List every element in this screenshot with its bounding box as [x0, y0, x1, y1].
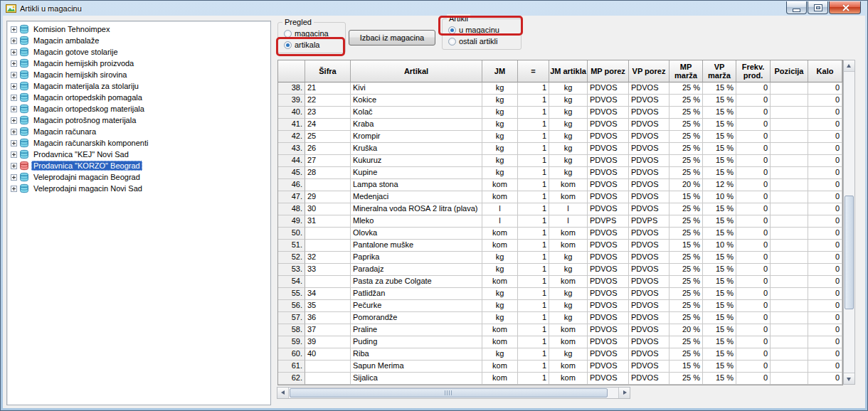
tree-item[interactable]: Magacin računarskih komponenti	[9, 137, 270, 149]
col-header-mp-marza[interactable]: MP marža	[669, 60, 703, 82]
expand-plus-icon[interactable]	[11, 72, 17, 78]
vertical-scrollbar[interactable]	[843, 60, 855, 385]
expand-plus-icon[interactable]	[11, 151, 17, 158]
table-row[interactable]: 47.29Medenjacikom1komPDVOSPDVOS15 %10 %0…	[278, 191, 842, 203]
scroll-down-button[interactable]	[844, 373, 854, 384]
col-header-rownum[interactable]	[278, 60, 305, 82]
col-header-jm[interactable]: JM	[482, 60, 518, 82]
table-row[interactable]: 60.40Ribakg1kgPDVOSPDVOS25 %15 %00	[278, 348, 842, 361]
col-header-kalo[interactable]: Kalo	[808, 60, 842, 82]
col-header-artikal[interactable]: Artikal	[351, 60, 482, 82]
table-row[interactable]: 52.32Paprikakg1kgPDVOSPDVOS25 %15 %00	[278, 252, 842, 264]
expand-plus-icon[interactable]	[11, 83, 17, 90]
col-header-mp-porez[interactable]: MP porez	[588, 60, 629, 82]
table-row[interactable]: 43.26Kruškakg1kgPDVOSPDVOS25 %15 %00	[278, 143, 842, 155]
expand-plus-icon[interactable]	[11, 49, 17, 55]
expand-plus-icon[interactable]	[11, 129, 17, 135]
tree-item[interactable]: Veleprodajni magacin Beograd	[9, 171, 270, 183]
col-header-vp-marza[interactable]: VP marža	[703, 60, 736, 82]
horizontal-scroll-thumb[interactable]	[290, 388, 608, 397]
cell-vp-porez: PDVOS	[629, 252, 669, 264]
col-header-jm-artikla[interactable]: JM artikla	[549, 60, 588, 82]
close-button[interactable]	[829, 1, 861, 14]
table-row[interactable]: 57.36Pomorandžekg1kgPDVOSPDVOS25 %15 %00	[278, 312, 842, 324]
tree-item[interactable]: Magacin hemijskih sirovina	[9, 69, 270, 80]
cell-artikal: Praline	[351, 324, 482, 336]
radio-u-magacinu[interactable]: u magacinu	[443, 25, 521, 35]
radio-artikala[interactable]: artikala	[278, 40, 345, 50]
col-header-equals[interactable]: =	[518, 60, 549, 82]
radio-icon[interactable]	[284, 41, 292, 49]
radio-icon[interactable]	[448, 26, 456, 34]
cell-kalo: 0	[808, 167, 842, 179]
table-row[interactable]: 48.30Mineralna voda ROSA 2 litra (plava)…	[278, 203, 842, 215]
horizontal-scrollbar[interactable]	[277, 387, 630, 399]
minimize-button[interactable]	[786, 1, 807, 14]
maximize-button[interactable]	[808, 1, 828, 14]
table-row[interactable]: 54.Pasta za zube Colgatekom1komPDVOSPDVO…	[278, 276, 842, 288]
table-row[interactable]: 41.24Krabakg1kgPDVOSPDVOS25 %15 %00	[278, 119, 842, 131]
table-row[interactable]: 38.21Kivikg1kgPDVOSPDVOS25 %15 %00	[278, 82, 842, 95]
table-row[interactable]: 61.Sapun Merimakom1komPDVOSPDVOS15 %15 %…	[278, 361, 842, 373]
table-row[interactable]: 62.Sijalicakom1komPDVOSPDVOS25 %15 %00	[278, 373, 842, 385]
tree-item[interactable]: Magacin potrošnog materijala	[9, 114, 270, 126]
expand-plus-icon[interactable]	[11, 26, 17, 33]
cell-pozicija	[771, 82, 808, 95]
tree-item[interactable]: Prodavnica "KEJ" Novi Sad	[9, 149, 270, 160]
tree-item[interactable]: Magacin hemijskih proizvoda	[9, 58, 270, 69]
expand-plus-icon[interactable]	[11, 163, 17, 169]
table-row[interactable]: 58.37Pralinekom1komPDVOSPDVOS20 %15 %00	[278, 324, 842, 336]
expand-plus-icon[interactable]	[11, 174, 17, 181]
table-row[interactable]: 46.Lampa stonakom1komPDVOSPDVOS20 %12 %0…	[278, 179, 842, 191]
table-row[interactable]: 55.34Patlidžankg1kgPDVOSPDVOS25 %15 %00	[278, 288, 842, 300]
table-row[interactable]: 59.39Pudingkom1komPDVOSPDVOS25 %15 %00	[278, 336, 842, 348]
table-row[interactable]: 50.Olovkakom1komPDVOSPDVOS25 %15 %00	[278, 228, 842, 240]
expand-plus-icon[interactable]	[11, 117, 17, 124]
scroll-left-button[interactable]	[277, 388, 289, 398]
col-header-vp-porez[interactable]: VP porez	[629, 60, 669, 82]
tree-item-label: Magacin hemijskih sirovina	[31, 70, 129, 80]
scroll-up-button[interactable]	[844, 60, 854, 72]
tree-item[interactable]: Magacin ortopedskih pomagala	[9, 92, 270, 103]
radio-magacina[interactable]: magacina	[278, 28, 345, 38]
cell-mp-porez: PDVOS	[588, 107, 629, 119]
radio-icon[interactable]	[448, 38, 456, 46]
tree-item[interactable]: Prodavnica "KORZO" Beograd	[9, 160, 270, 171]
table-row[interactable]: 42.25Krompirkg1kgPDVOSPDVOS25 %15 %00	[278, 131, 842, 143]
cell-vp-marza: 15 %	[703, 143, 736, 155]
tree-item[interactable]: Magacin gotove stolarije	[9, 46, 270, 58]
expand-plus-icon[interactable]	[11, 38, 17, 44]
expand-plus-icon[interactable]	[11, 95, 17, 101]
table-row[interactable]: 40.23Kolačkg1kgPDVOSPDVOS25 %15 %00	[278, 107, 842, 119]
table-row[interactable]: 49.31Mlekol1lPDVPSPDVPS25 %15 %00	[278, 215, 842, 228]
tree-item[interactable]: Veleprodajni magacin Novi Sad	[9, 183, 270, 194]
scroll-right-button[interactable]	[618, 388, 630, 398]
col-header-frekv-prod[interactable]: Frekv. prod.	[736, 60, 771, 82]
cell-jm: kom	[482, 191, 518, 203]
table-row[interactable]: 44.27Kukuruzkg1kgPDVOSPDVOS25 %15 %00	[278, 155, 842, 167]
titlebar[interactable]: Artikli u magacinu	[1, 1, 867, 16]
expand-plus-icon[interactable]	[11, 140, 17, 146]
table-row[interactable]: 56.35Pečurkekg1kgPDVOSPDVOS25 %15 %00	[278, 300, 842, 312]
tree-item[interactable]: Komision Tehnoimpex	[9, 23, 270, 35]
col-header-sifra[interactable]: Šifra	[305, 60, 351, 82]
tree-item[interactable]: Magacin ortopedskog materijala	[9, 103, 270, 114]
cell-vp-marza: 15 %	[703, 348, 736, 361]
expand-plus-icon[interactable]	[11, 186, 17, 192]
radio-ostali-artikli[interactable]: ostali artikli	[443, 36, 521, 46]
table-row[interactable]: 39.22Kokicekg1kgPDVOSPDVOS25 %15 %00	[278, 95, 842, 107]
table-row[interactable]: 53.33Paradajzkg1kgPDVOSPDVOS25 %15 %00	[278, 264, 842, 276]
tree-item[interactable]: Magacin materijala za stolariju	[9, 80, 270, 92]
expand-plus-icon[interactable]	[11, 60, 17, 67]
col-header-pozicija[interactable]: Pozicija	[771, 60, 808, 82]
vertical-scroll-thumb[interactable]	[845, 196, 854, 309]
izbaci-iz-magacina-button[interactable]: Izbaci iz magacina	[349, 30, 435, 46]
table-row[interactable]: 51.Pantalone muškekom1komPDVOSPDVOS15 %1…	[278, 240, 842, 252]
tree-item[interactable]: Magacin ambalaže	[9, 35, 270, 46]
cell-kalo: 0	[808, 203, 842, 215]
table-row[interactable]: 45.28Kupinekg1kgPDVOSPDVOS25 %15 %00	[278, 167, 842, 179]
radio-icon[interactable]	[284, 30, 292, 38]
expand-plus-icon[interactable]	[11, 106, 17, 112]
tree-item[interactable]: Magacin računara	[9, 126, 270, 137]
cell-kalo: 0	[808, 191, 842, 203]
